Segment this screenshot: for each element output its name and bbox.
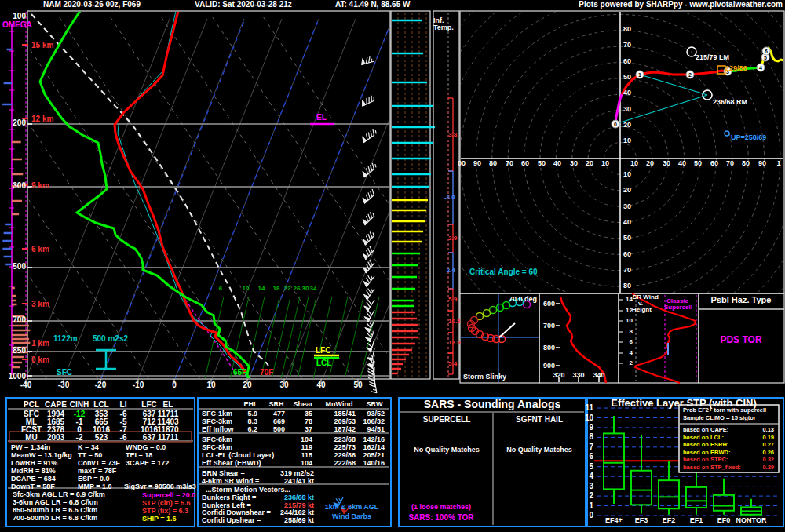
- shear-cell: 205/21: [363, 452, 385, 459]
- composite-index-value: STP (cin) = 5.6: [142, 500, 191, 507]
- stp-category: EF1: [690, 517, 703, 524]
- stp-ytick: 3: [589, 483, 593, 490]
- thetae-ytick: 900: [543, 363, 555, 370]
- shear-cell: 140/16: [363, 460, 385, 467]
- temp-axis-label: 0: [172, 381, 177, 389]
- mean-wind-marker-label: 229/86: [725, 65, 747, 72]
- hodo-axis-label: 30: [570, 160, 578, 167]
- parcel-cell: 637: [143, 434, 156, 442]
- composite-index-value: STP (fix) = 6.3: [142, 508, 188, 515]
- stp-ytick: 11: [585, 404, 593, 412]
- thermo-value: DCAPE = 684: [11, 476, 56, 483]
- inf-temp-title-2: Temp.: [433, 24, 454, 31]
- stp-ytick: 10: [585, 414, 593, 422]
- lfc-label: LFC: [316, 347, 330, 355]
- shear-cell: 119: [301, 444, 312, 451]
- shear-cell: 78: [305, 418, 312, 425]
- stp-info-line: Sample CLIMO = 15 sigtor: [683, 415, 756, 421]
- thetae-xtick: 320: [553, 372, 564, 379]
- hodo-ring-label: 50: [623, 235, 631, 242]
- corfidi-upshear-marker-label: UP=258/69: [731, 134, 766, 141]
- shear-cell: 5.9: [247, 410, 257, 417]
- height-label: 3 km: [31, 301, 49, 308]
- storm-motion-header: ...Storm Motion Vectors...: [206, 486, 290, 494]
- hodo-ring-label: 10: [623, 137, 631, 144]
- srwind-ytick: 6: [630, 339, 633, 345]
- thermo-value: ConvT = 73F: [78, 460, 120, 467]
- height-label: 9 km: [31, 182, 49, 190]
- temp-axis-label: -20: [95, 381, 106, 389]
- shear-cell: 185/41: [334, 410, 356, 417]
- lapse-rate-value: 700-500mb LR = 6.8 C/km: [13, 515, 97, 522]
- temp-axis-label: 40: [316, 381, 325, 389]
- inf-temp-value: 5.4: [448, 361, 457, 367]
- height-label: 6 km: [31, 246, 49, 253]
- thermo-value: ESP = 0.0: [78, 476, 110, 483]
- thermo-value: PW = 1.34in: [11, 444, 50, 451]
- thetae-ytick: 800: [543, 344, 555, 352]
- shear-header: Shear: [293, 401, 312, 408]
- hodo-axis-label: 30: [663, 160, 670, 167]
- hodo-axis-label: 40: [553, 160, 561, 167]
- stp-category: EF4+: [605, 517, 623, 524]
- location-label: AT: 41.49 N, 88.65 W: [335, 1, 410, 9]
- thermo-value: WNDG = 0.0: [126, 444, 166, 451]
- shear-kv-label: 4-6km SR Wind =: [202, 478, 259, 485]
- mixing-ratio-label: 18: [273, 286, 280, 292]
- parcel-header: LFC: [141, 401, 156, 409]
- sars-tor-probability: SARS: 100% TOR: [408, 514, 473, 522]
- sfc-dewpoint-f-label: 65F: [233, 369, 246, 377]
- mixing-ratio-label: 30: [302, 286, 309, 292]
- hodo-ring-label: 20: [623, 187, 631, 194]
- effective-srh-label: 500 m2s2: [93, 335, 128, 343]
- hazard-type-value: PDS TOR: [720, 335, 761, 344]
- shear-cell: 187/42: [334, 426, 356, 433]
- hodo-ring-label: 70: [623, 267, 631, 274]
- model-run-label: NAM 2020-03-26 00z, F069: [43, 1, 141, 9]
- hodo-ring-label: 20: [623, 122, 631, 129]
- hodo-ring-label: 40: [623, 89, 631, 97]
- stp-category: EF0: [717, 517, 731, 524]
- hodo-axis-label: 50: [694, 160, 702, 167]
- parcel-cell: MU: [25, 434, 38, 442]
- parcel-header: LCL: [93, 401, 108, 409]
- pressure-label: 100: [13, 13, 26, 20]
- shear-cell: 37: [305, 426, 312, 433]
- valid-time-label: VALID: Sat 2020-03-28 21z: [195, 1, 292, 9]
- shear-row-label: SFC-6km: [202, 436, 232, 443]
- wind-barb-note-2: Wind Barbs: [332, 513, 371, 520]
- parcel-cell: 11711: [158, 434, 179, 442]
- shear-cell: 229/86: [334, 452, 356, 459]
- hodo-axis-label: 10: [601, 160, 609, 167]
- sars-hail-header: SGFNT HAIL: [516, 416, 563, 424]
- stp-ytick: 5: [589, 463, 593, 471]
- temp-axis-label: 50: [353, 381, 362, 389]
- thetae-ytick: 600: [543, 301, 555, 308]
- stp-ytick: 8: [589, 433, 593, 441]
- inf-temp-value: 3.8: [448, 132, 457, 138]
- shear-row-label: SFC-8km: [202, 444, 232, 451]
- mixing-ratio-label: 6: [219, 286, 222, 292]
- critical-angle-label: Critical Angle = 60: [469, 268, 538, 276]
- sfc-label: SFC: [57, 369, 72, 377]
- stp-ytick: 0: [589, 512, 593, 519]
- shear-cell: 104: [301, 436, 312, 443]
- effective-inflow-top-label: 1122m: [53, 335, 78, 343]
- temp-axis-label: 30: [279, 381, 288, 389]
- pressure-label: 850: [13, 347, 26, 355]
- srwind-title-3: Height: [632, 307, 652, 313]
- hodo-ring-label: 40: [623, 219, 631, 226]
- height-label: 12 km: [31, 115, 53, 123]
- shear-cell: 223/68: [334, 436, 356, 443]
- hodo-axis-label: 00: [458, 160, 466, 167]
- temp-axis-label: -40: [20, 381, 31, 389]
- inf-temp-value: 5.9: [448, 297, 457, 303]
- pressure-label: 500: [13, 263, 26, 271]
- hodo-axis-label: 80: [742, 160, 750, 167]
- temp-axis-label: 20: [243, 381, 251, 389]
- wind-barb-note-1: 1km & 6km AGL: [325, 504, 379, 511]
- slinky-degrees-label: 70.0 deg: [509, 296, 537, 303]
- srwind-ytick: 4: [630, 350, 633, 356]
- parcel-header: CAPE: [45, 401, 67, 409]
- thermo-value: TEI = 18: [126, 452, 152, 459]
